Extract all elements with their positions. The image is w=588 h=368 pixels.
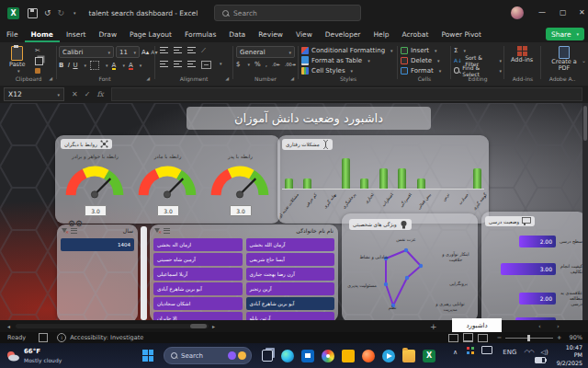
name-slicer-item[interactable]: آرین رنجبر — [246, 282, 335, 295]
volume-icon[interactable]: ◁) — [541, 349, 548, 356]
zoom-level[interactable]: 90% — [570, 334, 582, 341]
avatar[interactable] — [511, 6, 524, 19]
name-slicer-item[interactable]: الا جایران — [153, 312, 243, 320]
teams-tray-icon[interactable] — [467, 347, 474, 354]
percent-style-icon[interactable]: % — [254, 61, 261, 68]
name-slicer-item[interactable]: آیسا حاج شریفی — [246, 253, 335, 266]
accessibility-status[interactable]: Accessibility: Investigate — [70, 334, 143, 341]
name-slicer-item[interactable]: آرمان الله بخشی — [246, 238, 335, 251]
font-name-select[interactable]: Calibri▾ — [59, 46, 114, 58]
tab-home[interactable]: Home — [25, 26, 60, 42]
fill-color-icon[interactable]: A — [112, 62, 117, 70]
excel-app-icon[interactable]: X — [7, 7, 19, 19]
format-painter-icon[interactable] — [35, 68, 40, 74]
number-dialog-launcher[interactable]: ◢ — [290, 75, 294, 81]
browser-icon[interactable] — [362, 350, 375, 362]
normal-view-icon[interactable] — [448, 334, 458, 342]
multiselect-icon[interactable] — [71, 228, 77, 234]
task-view-icon[interactable] — [262, 350, 273, 362]
weather-widget[interactable]: 66°F Mostly cloudy — [6, 347, 135, 364]
name-slicer-item[interactable]: آرمین شاه حسینی — [153, 253, 243, 266]
yellow-app-icon[interactable] — [342, 350, 355, 362]
new-sheet-button[interactable]: + — [430, 322, 437, 331]
tray-expand-icon[interactable]: ∧ — [453, 349, 458, 356]
search-box[interactable]: Search — [214, 5, 361, 21]
wifi-icon[interactable]: ◠◠ — [524, 349, 533, 356]
delete-cells-button[interactable]: Delete▾ — [401, 55, 440, 65]
name-slicer-item[interactable]: ارمان اله بخشی — [153, 238, 243, 251]
restore-button[interactable]: ▢ — [560, 8, 567, 17]
name-slicer-item[interactable]: آرتین بابلو — [246, 312, 335, 320]
bold-button[interactable]: B — [59, 62, 63, 69]
taskbar-search[interactable]: Search — [164, 347, 252, 364]
format-cells-button[interactable]: Format▾ — [401, 65, 441, 75]
page-break-view-icon[interactable] — [478, 334, 488, 342]
insert-cells-button[interactable]: Insert▾ — [401, 45, 437, 55]
save-icon[interactable] — [28, 8, 38, 18]
hscroll-right-icon[interactable]: ▸ — [212, 323, 215, 329]
clear-filter-icon[interactable] — [62, 228, 67, 233]
cell-styles-button[interactable]: Cell Styles▾ — [301, 65, 353, 75]
file-explorer-icon[interactable] — [402, 350, 415, 362]
align-bottom-icon[interactable] — [187, 47, 196, 53]
clipboard-dialog-launcher[interactable]: ◢ — [49, 75, 52, 81]
name-slicer-item[interactable]: اشکان سجادیان — [153, 297, 243, 310]
excel-taskbar-icon[interactable]: X — [423, 350, 435, 362]
create-pdf-button[interactable]: Create a PDF — [548, 46, 581, 72]
italic-button[interactable]: I — [67, 62, 69, 69]
copy-icon[interactable] — [35, 57, 43, 65]
underline-button[interactable]: U — [73, 62, 77, 69]
minimize-button[interactable]: — — [538, 8, 546, 17]
name-box[interactable]: X12▾ — [4, 87, 64, 101]
borders-icon[interactable] — [90, 61, 99, 70]
sheet-nav-left-icon[interactable]: ‹ — [538, 323, 541, 330]
font-color-icon[interactable]: A — [129, 62, 133, 70]
align-center-icon[interactable] — [174, 61, 182, 67]
page-layout-view-icon[interactable] — [463, 333, 473, 342]
tab-page-layout[interactable]: Page Layout — [123, 26, 178, 42]
align-middle-icon[interactable] — [174, 47, 182, 53]
zoom-out-icon[interactable]: − — [497, 334, 502, 341]
tab-view[interactable]: View — [289, 26, 319, 42]
tab-power-pivot[interactable]: Power Pivot — [435, 26, 487, 42]
year-slicer-item[interactable]: 1404 — [61, 238, 134, 251]
start-button[interactable] — [142, 350, 153, 362]
font-dialog-launcher[interactable]: ◢ — [146, 75, 150, 81]
add-ins-button[interactable]: Add-ins — [511, 46, 533, 63]
photos-icon[interactable] — [322, 350, 334, 362]
autosum-icon[interactable]: Σ — [454, 47, 458, 54]
name-slicer-item[interactable]: آرن رضا بهجت جباری — [246, 268, 335, 281]
undo-icon[interactable]: ↺ — [44, 8, 51, 17]
macro-record-icon[interactable] — [39, 333, 48, 342]
tab-review[interactable]: Review — [252, 26, 289, 42]
zoom-in-icon[interactable]: + — [557, 334, 561, 341]
zoom-slider[interactable] — [505, 338, 553, 339]
find-select-button[interactable]: Find & Select▾ — [454, 65, 502, 75]
tab-formulas[interactable]: Formulas — [178, 26, 222, 42]
cancel-icon[interactable]: ✕ — [72, 90, 78, 98]
cut-icon[interactable]: ✂ — [35, 47, 43, 54]
sheet-nav-right-icon[interactable]: › — [557, 323, 560, 330]
tab-data[interactable]: Data — [222, 26, 252, 42]
keyboard-tray-icon[interactable] — [481, 346, 492, 354]
telegram-icon[interactable] — [382, 350, 395, 362]
conditional-formatting-button[interactable]: Conditional Formatting▾ — [301, 45, 393, 55]
increase-decimal-icon[interactable]: .0↞ — [272, 62, 280, 67]
number-format-select[interactable]: General▾ — [236, 46, 295, 58]
name-slicer-item[interactable]: آریلا اسماعیلی — [153, 268, 243, 281]
tab-insert[interactable]: Insert — [60, 26, 93, 42]
align-right-icon[interactable] — [187, 61, 196, 67]
edge-icon[interactable] — [281, 350, 294, 362]
ribbon-collapse-icon[interactable]: ⌄ — [582, 57, 586, 63]
orientation-icon[interactable]: ⟋ — [201, 47, 206, 54]
tab-file[interactable]: File — [0, 26, 25, 42]
decrease-decimal-icon[interactable]: .00↠ — [285, 62, 296, 67]
align-top-icon[interactable] — [160, 47, 168, 53]
grow-font-icon[interactable]: A▴ — [141, 49, 149, 56]
font-size-select[interactable]: 11▾ — [116, 46, 140, 58]
name-slicer-item[interactable]: آیو برین شاهرخ آبادی — [153, 282, 243, 295]
redo-icon[interactable]: ↻ — [58, 8, 65, 17]
store-icon[interactable] — [301, 350, 314, 362]
tab-draw[interactable]: Draw — [92, 26, 123, 42]
battery-icon[interactable] — [535, 357, 546, 363]
